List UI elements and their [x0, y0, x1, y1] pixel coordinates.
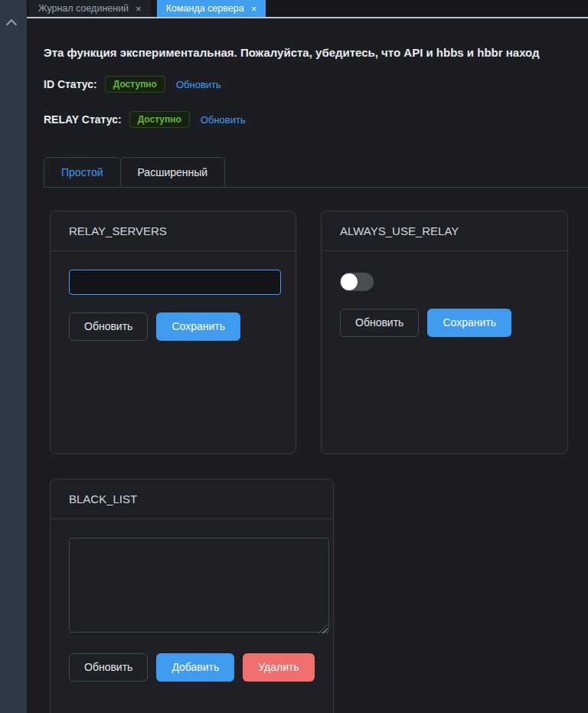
relay-servers-card: RELAY_SERVERS Обновить Сохранить: [50, 211, 296, 454]
relay-servers-buttons: Обновить Сохранить: [69, 312, 277, 341]
id-status-badge: Доступно: [105, 76, 165, 93]
cards-area: RELAY_SERVERS Обновить Сохранить ALWAYS_…: [50, 211, 588, 713]
main-area: Журнал соединений × Команда сервера × Эт…: [27, 0, 588, 713]
relay-refresh-button[interactable]: Обновить: [69, 312, 148, 341]
relay-status-refresh-link[interactable]: Обновить: [201, 114, 246, 126]
collapsed-sidebar[interactable]: [0, 0, 27, 713]
black-list-card-body: Обновить Добавить Удалить: [51, 519, 333, 700]
page-content: Эта функция экспериментальная. Пожалуйст…: [27, 18, 588, 713]
black-list-add-button[interactable]: Добавить: [156, 653, 234, 682]
black-list-textarea[interactable]: [69, 538, 329, 633]
always-refresh-button[interactable]: Обновить: [340, 309, 419, 337]
id-status-label: ID Статус:: [44, 78, 97, 90]
relay-status-badge: Доступно: [129, 111, 190, 128]
window-tab-label: Команда сервера: [166, 3, 244, 14]
relay-status-row: RELAY Статус: Доступно Обновить: [44, 110, 588, 129]
tab-advanced[interactable]: Расширенный: [120, 157, 226, 187]
always-use-relay-toggle[interactable]: [340, 273, 374, 291]
experimental-warning: Эта функция экспериментальная. Пожалуйст…: [44, 46, 588, 59]
black-list-textarea-wrap: [69, 538, 329, 636]
window-tabstrip: Журнал соединений × Команда сервера ×: [27, 0, 588, 17]
relay-save-button[interactable]: Сохранить: [156, 312, 240, 341]
black-list-buttons: Обновить Добавить Удалить: [69, 653, 315, 682]
id-status-row: ID Статус: Доступно Обновить: [44, 74, 588, 94]
black-list-card-title: BLACK_LIST: [51, 479, 333, 519]
close-icon[interactable]: ×: [136, 4, 142, 14]
always-use-relay-card-title: ALWAYS_USE_RELAY: [322, 211, 567, 251]
black-list-delete-button[interactable]: Удалить: [243, 653, 314, 682]
mode-tabs: Простой Расширенный: [44, 157, 588, 188]
relay-status-label: RELAY Статус:: [44, 113, 122, 126]
relay-servers-card-title: RELAY_SERVERS: [51, 211, 296, 251]
window-tab-server-command[interactable]: Команда сервера ×: [157, 0, 266, 17]
chevron-up-icon[interactable]: [7, 18, 16, 28]
always-save-button[interactable]: Сохранить: [427, 309, 511, 337]
always-use-relay-card: ALWAYS_USE_RELAY Обновить Сохранить: [321, 211, 568, 454]
window-tab-connection-log[interactable]: Журнал соединений ×: [29, 0, 151, 17]
black-list-refresh-button[interactable]: Обновить: [69, 653, 148, 682]
cards-row-1: RELAY_SERVERS Обновить Сохранить ALWAYS_…: [50, 211, 588, 454]
relay-servers-input[interactable]: [69, 270, 281, 295]
always-use-relay-buttons: Обновить Сохранить: [340, 309, 549, 337]
relay-servers-card-body: Обновить Сохранить: [51, 251, 296, 359]
toggle-knob: [341, 273, 358, 290]
close-icon[interactable]: ×: [251, 4, 257, 14]
always-use-relay-card-body: Обновить Сохранить: [322, 251, 567, 355]
tab-simple[interactable]: Простой: [44, 157, 121, 187]
window-tab-label: Журнал соединений: [38, 3, 129, 14]
id-status-refresh-link[interactable]: Обновить: [176, 79, 221, 90]
black-list-card: BLACK_LIST Обновить Добавить Удалить: [50, 479, 334, 713]
